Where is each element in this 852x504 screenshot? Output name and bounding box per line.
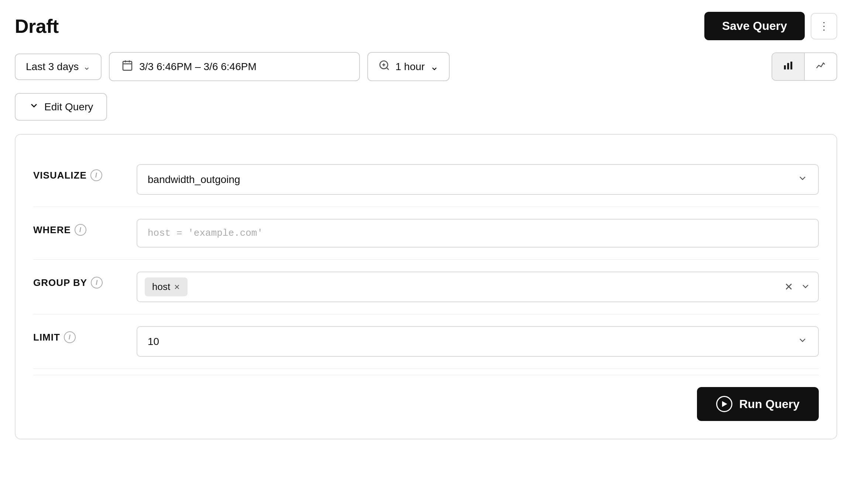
zoom-icon bbox=[378, 59, 390, 74]
more-options-button[interactable]: ⋮ bbox=[811, 13, 837, 39]
limit-label: LIMIT i bbox=[33, 326, 122, 343]
group-by-chevron-icon bbox=[800, 281, 811, 293]
group-by-tag-host: host ✕ bbox=[145, 277, 188, 296]
where-label: WHERE i bbox=[33, 219, 122, 236]
header: Draft Save Query ⋮ bbox=[15, 12, 837, 40]
run-query-button[interactable]: Run Query bbox=[697, 387, 819, 421]
line-chart-icon bbox=[815, 60, 826, 73]
toolbar: Last 3 days ⌄ 3/3 6:46PM – 3/6 6:46PM 1 … bbox=[15, 52, 837, 81]
page-title: Draft bbox=[15, 15, 59, 37]
tag-remove-icon[interactable]: ✕ bbox=[174, 283, 180, 291]
visualize-row: VISUALIZE i bandwidth_outgoing bbox=[33, 152, 819, 207]
date-range-preset-select[interactable]: Last 3 days ⌄ bbox=[15, 53, 102, 80]
run-query-label: Run Query bbox=[739, 397, 800, 411]
granularity-chevron-icon: ⌄ bbox=[430, 61, 439, 73]
date-range-value: 3/3 6:46PM – 3/6 6:46PM bbox=[139, 61, 257, 73]
group-by-row: GROUP BY i host ✕ ✕ bbox=[33, 260, 819, 314]
bar-chart-icon bbox=[783, 60, 794, 73]
chevron-down-icon bbox=[29, 100, 39, 113]
visualize-chevron-icon bbox=[797, 173, 808, 186]
header-actions: Save Query ⋮ bbox=[704, 12, 837, 40]
query-builder-card: VISUALIZE i bandwidth_outgoing WHERE i h… bbox=[15, 134, 837, 439]
visualize-label: VISUALIZE i bbox=[33, 164, 122, 181]
group-by-info-icon: i bbox=[91, 277, 103, 289]
visualize-value: bandwidth_outgoing bbox=[148, 174, 240, 186]
svg-rect-9 bbox=[787, 63, 789, 70]
where-placeholder: host = 'example.com' bbox=[148, 228, 263, 239]
group-by-label: GROUP BY i bbox=[33, 272, 122, 289]
group-by-actions: ✕ bbox=[784, 281, 811, 293]
svg-rect-8 bbox=[784, 65, 786, 69]
where-row: WHERE i host = 'example.com' bbox=[33, 207, 819, 260]
date-range-preset-label: Last 3 days bbox=[26, 61, 79, 73]
svg-rect-0 bbox=[123, 61, 132, 70]
view-toggle bbox=[772, 52, 837, 81]
play-icon bbox=[716, 396, 732, 412]
svg-rect-10 bbox=[790, 62, 792, 69]
ellipsis-icon: ⋮ bbox=[819, 20, 829, 32]
group-by-clear-icon[interactable]: ✕ bbox=[784, 281, 793, 293]
limit-row: LIMIT i 10 bbox=[33, 314, 819, 369]
svg-marker-11 bbox=[722, 401, 727, 407]
svg-line-5 bbox=[387, 68, 389, 70]
limit-value: 10 bbox=[148, 336, 159, 348]
group-by-field[interactable]: host ✕ ✕ bbox=[137, 272, 819, 302]
where-info-icon: i bbox=[75, 224, 86, 236]
date-range-picker[interactable]: 3/3 6:46PM – 3/6 6:46PM bbox=[109, 52, 360, 81]
calendar-icon bbox=[121, 59, 133, 74]
bar-chart-view-button[interactable] bbox=[772, 53, 804, 80]
query-footer: Run Query bbox=[33, 375, 819, 421]
edit-query-button[interactable]: Edit Query bbox=[15, 93, 107, 121]
edit-query-label: Edit Query bbox=[44, 101, 93, 113]
line-chart-view-button[interactable] bbox=[805, 53, 836, 80]
tag-label: host bbox=[152, 281, 170, 293]
limit-info-icon: i bbox=[64, 331, 76, 343]
where-field[interactable]: host = 'example.com' bbox=[137, 219, 819, 248]
granularity-value: 1 hour bbox=[395, 61, 425, 73]
chevron-down-icon: ⌄ bbox=[83, 62, 90, 72]
granularity-select[interactable]: 1 hour ⌄ bbox=[367, 52, 449, 81]
save-query-button[interactable]: Save Query bbox=[704, 12, 805, 40]
visualize-info-icon: i bbox=[90, 169, 102, 181]
group-by-tags: host ✕ bbox=[145, 277, 188, 296]
limit-chevron-icon bbox=[797, 335, 808, 348]
visualize-field[interactable]: bandwidth_outgoing bbox=[137, 164, 819, 195]
limit-field[interactable]: 10 bbox=[137, 326, 819, 357]
